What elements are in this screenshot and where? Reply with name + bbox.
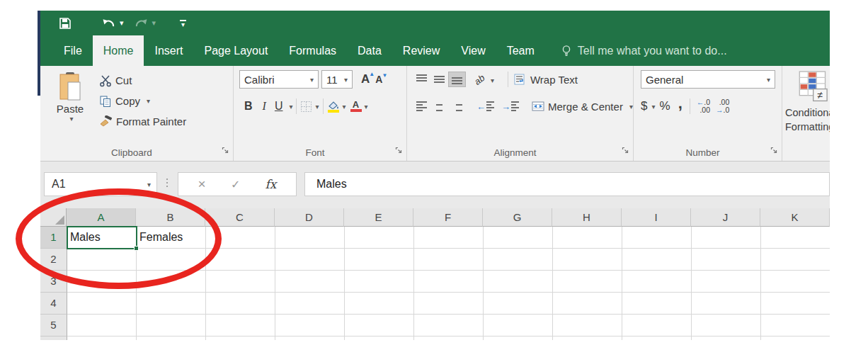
conditional-formatting-label[interactable]: Conditional Formatting <box>785 106 830 134</box>
cell-F3[interactable] <box>414 271 484 293</box>
underline-button[interactable]: U <box>271 100 287 113</box>
cell-B3[interactable] <box>137 271 206 293</box>
cell-D4[interactable] <box>275 293 345 315</box>
align-top-button[interactable] <box>413 72 430 86</box>
tab-file[interactable]: File <box>53 35 93 66</box>
cell-G2[interactable] <box>484 249 553 271</box>
fill-color-dropdown-icon[interactable]: ▾ <box>343 103 346 111</box>
align-center-button[interactable] <box>431 99 447 113</box>
cell-B2[interactable] <box>137 249 206 271</box>
cell-K5[interactable] <box>761 315 830 336</box>
cell-D2[interactable] <box>275 249 345 271</box>
conditional-formatting-button[interactable]: ≠ <box>799 70 830 107</box>
select-all-button[interactable] <box>40 208 67 227</box>
cell-H3[interactable] <box>553 271 622 293</box>
align-bottom-button[interactable] <box>449 72 465 86</box>
row-header-1[interactable]: 1 <box>40 227 67 249</box>
comma-style-button[interactable]: , <box>675 98 686 108</box>
cell-H1[interactable] <box>553 227 622 249</box>
cell-H5[interactable] <box>553 315 622 336</box>
cell-E1[interactable] <box>345 227 414 249</box>
align-left-button[interactable] <box>413 99 430 113</box>
column-header-C[interactable]: C <box>205 208 275 227</box>
cell-J6[interactable] <box>692 336 761 340</box>
cell-K2[interactable] <box>761 249 830 271</box>
cell-A3[interactable] <box>67 271 137 293</box>
cancel-icon[interactable]: × <box>198 176 206 192</box>
cell-I4[interactable] <box>622 293 692 315</box>
row-header-3[interactable]: 3 <box>40 271 67 293</box>
cell-I1[interactable] <box>622 227 692 249</box>
cell-H4[interactable] <box>553 293 622 315</box>
cell-K4[interactable] <box>761 293 830 315</box>
formula-input[interactable]: Males <box>304 172 830 196</box>
paste-button[interactable]: Paste ▾ <box>49 72 91 123</box>
cell-E5[interactable] <box>345 315 414 336</box>
column-header-F[interactable]: F <box>413 208 483 227</box>
cell-G3[interactable] <box>484 271 553 293</box>
dialog-launcher-icon[interactable] <box>395 145 403 157</box>
cell-D3[interactable] <box>275 271 345 293</box>
format-painter-button[interactable]: Format Painter <box>97 111 188 132</box>
cell-B1[interactable]: Females <box>137 227 206 249</box>
customize-qat-button[interactable]: ▾ <box>180 20 186 27</box>
cell-H2[interactable] <box>553 249 622 271</box>
decrease-font-size-button[interactable]: A▼ <box>372 74 385 85</box>
cell-J2[interactable] <box>692 249 761 271</box>
paste-dropdown-icon[interactable]: ▾ <box>69 115 73 123</box>
column-header-A[interactable]: A <box>67 208 136 227</box>
font-color-button[interactable]: A <box>350 101 362 112</box>
row-header-5[interactable]: 5 <box>40 315 67 336</box>
cell-C5[interactable] <box>206 315 275 336</box>
column-header-H[interactable]: H <box>552 208 622 227</box>
cell-C3[interactable] <box>206 271 275 293</box>
insert-function-icon[interactable]: fx <box>265 177 276 191</box>
redo-button[interactable]: ▾ <box>134 18 156 28</box>
cell-A6[interactable] <box>67 336 137 340</box>
tab-data[interactable]: Data <box>347 35 392 66</box>
enter-icon[interactable]: ✓ <box>231 178 240 191</box>
cell-J5[interactable] <box>692 315 761 336</box>
number-format-combo[interactable]: General ▾ <box>641 70 775 89</box>
cell-J3[interactable] <box>692 271 761 293</box>
dialog-launcher-icon[interactable] <box>622 145 629 157</box>
align-right-button[interactable] <box>449 99 465 113</box>
name-box-dropdown-icon[interactable]: ▾ <box>147 181 151 188</box>
cell-C6[interactable] <box>206 336 275 340</box>
column-header-I[interactable]: I <box>622 208 691 227</box>
cell-C2[interactable] <box>206 249 275 271</box>
font-size-combo[interactable]: 11 ▾ <box>321 70 353 89</box>
cell-F4[interactable] <box>414 293 484 315</box>
column-header-G[interactable]: G <box>483 208 552 227</box>
tab-view[interactable]: View <box>450 35 496 66</box>
cell-D1[interactable] <box>275 227 345 249</box>
tab-insert[interactable]: Insert <box>144 35 193 66</box>
cut-button[interactable]: Cut <box>97 70 188 91</box>
row-header-2[interactable]: 2 <box>40 249 67 271</box>
tell-me-box[interactable]: Tell me what you want to do... <box>561 35 727 66</box>
cell-E3[interactable] <box>345 271 414 293</box>
cell-B5[interactable] <box>137 315 206 336</box>
cell-C4[interactable] <box>206 293 275 315</box>
decrease-decimal-button[interactable]: .00→.0 <box>713 98 732 114</box>
cell-I2[interactable] <box>622 249 692 271</box>
tab-team[interactable]: Team <box>496 35 545 66</box>
cell-J1[interactable] <box>692 227 761 249</box>
underline-dropdown-icon[interactable]: ▾ <box>289 103 292 111</box>
redo-dropdown-icon[interactable]: ▾ <box>152 18 156 28</box>
undo-button[interactable]: ▾ <box>101 18 124 28</box>
increase-font-size-button[interactable]: A▲ <box>358 72 372 86</box>
tab-formulas[interactable]: Formulas <box>278 35 347 66</box>
cell-G6[interactable] <box>484 336 553 340</box>
cell-G4[interactable] <box>484 293 553 315</box>
tab-page-layout[interactable]: Page Layout <box>193 35 278 66</box>
bold-button[interactable]: B <box>239 100 258 113</box>
cell-I3[interactable] <box>622 271 692 293</box>
fill-color-button[interactable] <box>327 101 340 113</box>
cell-C1[interactable] <box>206 227 275 249</box>
cell-B4[interactable] <box>137 293 206 315</box>
increase-decimal-button[interactable]: ←.0.00 <box>694 98 713 114</box>
cell-F2[interactable] <box>414 249 484 271</box>
name-box[interactable]: A1 ▾ <box>44 172 157 196</box>
cell-K1[interactable] <box>761 227 830 249</box>
